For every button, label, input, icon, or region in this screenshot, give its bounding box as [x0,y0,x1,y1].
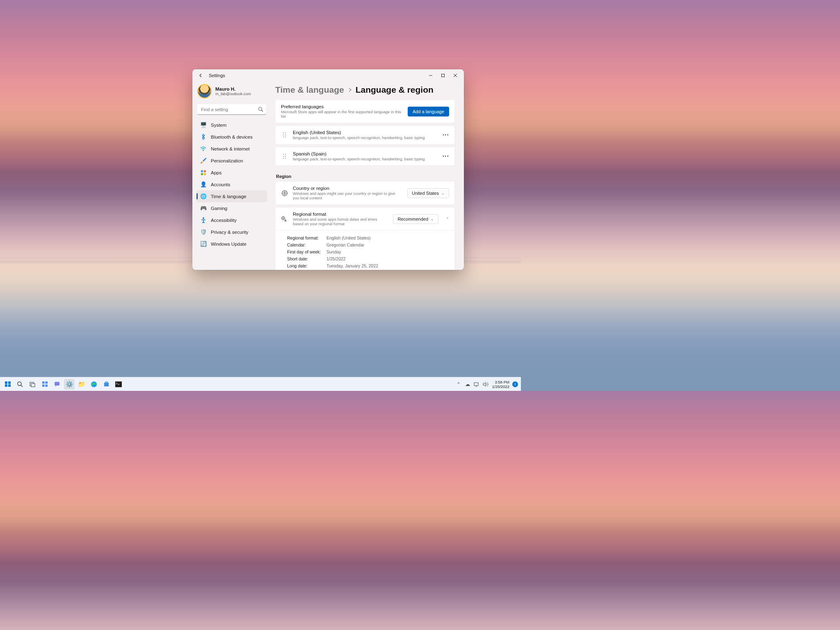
nav-gaming[interactable]: 🎮Gaming [196,202,267,214]
terminal[interactable] [113,379,124,390]
svg-point-22 [18,382,21,386]
nav-personalization[interactable]: 🖌️Personalization [196,155,267,167]
regional-format-row[interactable]: Regional format Windows and some apps fo… [276,208,454,230]
nav-privacy-security[interactable]: 🛡️Privacy & security [196,226,267,238]
taskview-icon [30,381,36,387]
search-input[interactable] [197,104,266,115]
nav-icon [200,134,206,140]
language-item[interactable]: English (United States)language pack, te… [275,126,455,144]
nav-bluetooth-devices[interactable]: Bluetooth & devices [196,131,267,143]
language-name: English (United States) [293,130,438,135]
format-title: Regional format [293,212,388,217]
svg-rect-31 [104,383,109,386]
edge-icon [91,381,97,388]
taskbar: ⚙️ 📁 ⌃ ☁ 3:58 PM 1/25/2022 1 [0,377,521,391]
nav-icon: 🖌️ [200,158,206,164]
svg-point-2 [203,150,204,151]
svg-point-11 [285,135,286,135]
more-button[interactable]: ··· [443,153,449,160]
edge[interactable] [89,379,99,390]
format-detail-row: Short date:1/25/2022 [287,255,449,262]
language-name: Spanish (Spain) [293,151,438,156]
nav-label: Network & internet [211,146,250,151]
svg-rect-4 [204,170,206,172]
search-field[interactable] [197,104,266,115]
more-button[interactable]: ··· [443,131,449,139]
svg-rect-28 [45,385,48,387]
svg-point-8 [283,132,284,133]
add-language-button[interactable]: Add a language [408,107,449,116]
format-detail-row: Calendar:Gregorian Calendar [287,241,449,248]
chevron-up-icon[interactable]: ⌃ [446,217,449,221]
network-tray-icon[interactable] [473,380,480,389]
nav-system[interactable]: 🖥️System [196,119,267,131]
tray-chevron[interactable]: ⌃ [455,380,462,389]
language-features: language pack, text-to-speech, speech re… [293,135,438,140]
maximize-icon [441,73,445,78]
region-header: Region [275,166,455,181]
detail-value: 1/25/2022 [326,256,346,261]
window-title: Settings [209,73,225,78]
close-button[interactable] [449,71,461,80]
nav-apps[interactable]: Apps [196,167,267,178]
widgets-icon [42,381,48,387]
back-button[interactable] [196,71,205,80]
file-explorer[interactable]: 📁 [76,379,87,390]
nav-windows-update[interactable]: 🔄Windows Update [196,238,267,250]
task-view[interactable] [27,379,38,390]
nav-time-language[interactable]: 🌐Time & language [196,190,267,202]
start-button[interactable] [2,379,13,390]
svg-point-9 [285,132,286,133]
volume-icon[interactable] [482,380,489,389]
country-region-card[interactable]: Country or region Windows and apps might… [275,181,455,205]
svg-point-12 [283,137,284,137]
widgets[interactable] [39,379,50,390]
taskbar-settings[interactable]: ⚙️ [64,379,75,390]
format-icon [281,216,288,222]
minimize-icon [429,73,433,78]
store[interactable] [101,379,112,390]
chat[interactable] [52,379,62,390]
notification-badge[interactable]: 1 [512,381,518,387]
country-select[interactable]: United States⌄ [407,188,449,198]
svg-point-18 [283,158,284,159]
nav-accounts[interactable]: 👤Accounts [196,178,267,190]
nav-label: Personalization [211,158,243,163]
globe-icon [281,190,288,196]
terminal-icon [115,381,122,387]
account-block[interactable]: Mauro H. m_lab@outlook.com [196,83,267,104]
drag-handle-icon[interactable] [281,153,288,159]
nav-label: Gaming [211,206,227,211]
nav-label: Privacy & security [211,230,248,235]
svg-point-16 [283,156,284,157]
svg-rect-26 [45,381,48,384]
detail-value: English (United States) [326,235,370,240]
taskbar-clock[interactable]: 3:58 PM 1/25/2022 [491,380,511,389]
chat-icon [54,381,60,388]
nav-icon: 🌐 [200,193,206,199]
avatar [197,84,212,98]
format-sub: Windows and some apps format dates and t… [293,217,388,226]
nav-icon: 🖥️ [200,122,206,128]
maximize-button[interactable] [437,71,449,80]
breadcrumb: Time & language Language & region [275,84,455,100]
drag-handle-icon[interactable] [281,132,288,138]
titlebar: Settings [192,69,464,82]
windows-icon [5,381,10,387]
taskbar-search[interactable] [15,379,25,390]
minimize-button[interactable] [425,71,437,80]
chevron-down-icon: ⌄ [431,217,434,221]
nav-accessibility[interactable]: Accessibility [196,214,267,226]
nav-network-internet[interactable]: Network & internet [196,143,267,155]
regional-format-card: Regional format Windows and some apps fo… [275,207,455,270]
language-item[interactable]: Spanish (Spain)language pack, text-to-sp… [275,147,455,166]
svg-rect-29 [55,382,59,386]
nav-label: Windows Update [211,242,247,247]
nav-icon: 🔄 [200,241,206,247]
nav-icon: 🎮 [200,205,206,211]
format-select[interactable]: Recommended⌄ [393,214,438,224]
svg-point-10 [283,135,284,135]
svg-rect-5 [201,173,203,175]
breadcrumb-parent[interactable]: Time & language [275,85,344,95]
onedrive-icon[interactable]: ☁ [464,380,471,389]
